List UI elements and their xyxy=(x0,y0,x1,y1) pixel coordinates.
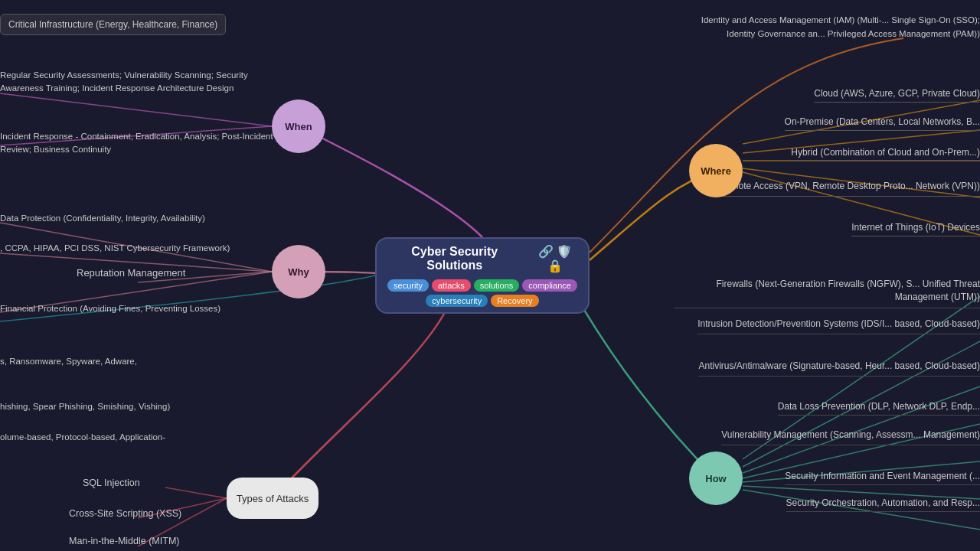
svg-line-6 xyxy=(165,487,227,498)
leaf-iam: Identity and Access Management (IAM) (Mu… xyxy=(689,14,980,41)
leaf-firewall: Firewalls (Next-Generation Firewalls (NG… xyxy=(674,278,980,308)
center-tags: security attacks solutions compliance cy… xyxy=(384,279,580,307)
branch-how[interactable]: How xyxy=(689,452,743,505)
tag-attacks[interactable]: attacks xyxy=(432,279,471,292)
leaf-remote: Remote Access (VPN, Remote Desktop Proto… xyxy=(719,180,980,197)
tag-security[interactable]: security xyxy=(387,279,429,292)
leaf-critical-infra: Critical Infrastructure (Energy, Healthc… xyxy=(0,14,226,35)
leaf-malware: s, Ransomware, Spyware, Adware, xyxy=(0,357,137,366)
where-label: Where xyxy=(701,165,731,177)
branch-when[interactable]: When xyxy=(272,99,325,153)
tag-recovery[interactable]: Recovery xyxy=(491,295,538,307)
leaf-cloud: Cloud (AWS, Azure, GCP, Private Cloud) xyxy=(814,88,980,103)
leaf-iot: Internet of Things (IoT) Devices xyxy=(851,222,980,236)
branch-why[interactable]: Why xyxy=(272,245,325,298)
how-label: How xyxy=(705,473,726,484)
leaf-reputation: Reputation Management xyxy=(77,267,185,279)
center-title-text: Cyber Security Solutions xyxy=(384,245,525,272)
leaf-phishing: hishing, Spear Phishing, Smishing, Vishi… xyxy=(0,402,170,411)
leaf-why-1: Data Protection (Confidentiality, Integr… xyxy=(0,212,205,225)
leaf-onprem: On-Premise (Data Centers, Local Networks… xyxy=(785,116,980,131)
tag-cybersecurity[interactable]: cybersecurity xyxy=(426,295,488,307)
why-label: Why xyxy=(288,266,309,278)
leaf-mitm: Man-in-the-Middle (MITM) xyxy=(69,536,179,546)
leaf-antivirus: Antivirus/Antimalware (Signature-based, … xyxy=(698,360,980,377)
tag-compliance[interactable]: compliance xyxy=(522,279,577,292)
leaf-hybrid: Hybrid (Combination of Cloud and On-Prem… xyxy=(791,147,980,161)
center-icons: 🔗 🛡️ 🔒 xyxy=(530,244,580,273)
leaf-soar: Security Orchestration, Automation, and … xyxy=(786,497,980,512)
leaf-sql: SQL Injection xyxy=(83,478,140,488)
leaf-ids: Intrusion Detection/Prevention Systems (… xyxy=(697,318,980,334)
when-label: When xyxy=(285,121,312,132)
center-node: Cyber Security Solutions 🔗 🛡️ 🔒 security… xyxy=(375,237,590,314)
center-title: Cyber Security Solutions 🔗 🛡️ 🔒 xyxy=(384,244,580,273)
svg-line-0 xyxy=(0,93,272,126)
leaf-xss: Cross-Site Scripting (XSS) xyxy=(69,508,181,519)
branch-where[interactable]: Where xyxy=(689,144,743,197)
types-label: Types of Attacks xyxy=(237,493,309,504)
leaf-siem: Security Information and Event Managemen… xyxy=(785,471,980,485)
leaf-when-1: Regular Security Assessments; Vulnerabil… xyxy=(0,69,291,94)
leaf-why-2: , CCPA, HIPAA, PCI DSS, NIST Cybersecuri… xyxy=(0,242,230,255)
leaf-when-2: Incident Response - Containment, Eradica… xyxy=(0,130,291,155)
tag-solutions[interactable]: solutions xyxy=(474,279,519,292)
leaf-volumebased: olume-based, Protocol-based, Application… xyxy=(0,432,165,442)
leaf-dlp: Data Loss Prevention (DLP, Network DLP, … xyxy=(778,401,980,416)
leaf-vuln: Vulnerability Management (Scanning, Asse… xyxy=(721,429,980,445)
branch-types[interactable]: Types of Attacks xyxy=(227,478,318,519)
leaf-financial: Financial Protection (Avoiding Fines, Pr… xyxy=(0,302,220,315)
